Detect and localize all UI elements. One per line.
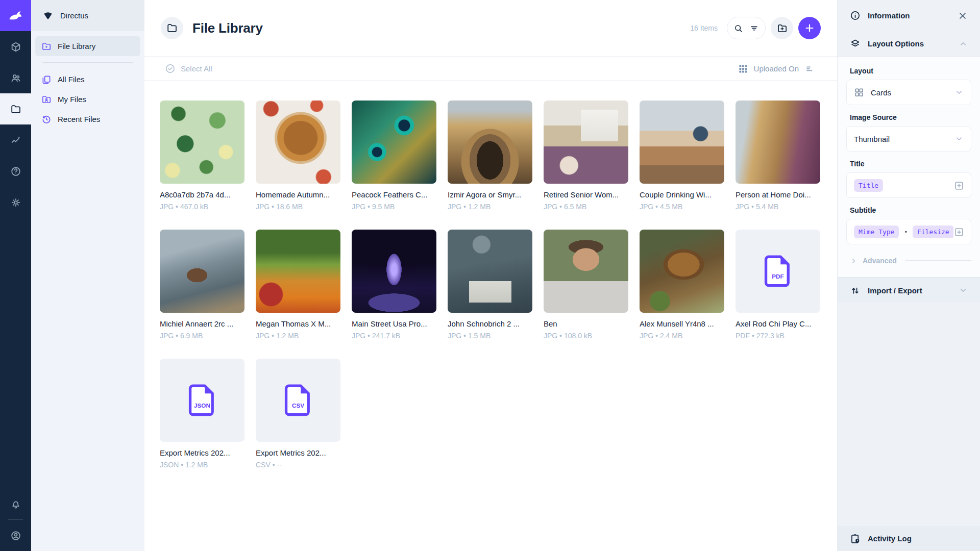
file-meta: JPG • 467.0 kB xyxy=(160,203,244,211)
file-meta: PDF • 272.3 kB xyxy=(736,332,820,340)
add-subtitle-field-button[interactable] xyxy=(953,227,965,238)
file-card[interactable]: Couple Drinking Wi... JPG • 4.5 MB xyxy=(640,101,724,211)
add-title-field-button[interactable] xyxy=(953,180,965,191)
file-thumbnail[interactable] xyxy=(160,230,244,313)
sort-by-label[interactable]: Uploaded On xyxy=(754,64,799,73)
file-thumbnail[interactable] xyxy=(640,101,724,184)
file-meta: JPG • 1.2 MB xyxy=(448,203,532,211)
layout-select-value: Cards xyxy=(871,88,891,97)
info-icon xyxy=(850,10,861,21)
items-count: 16 Items xyxy=(690,24,718,32)
file-thumbnail[interactable]: PDF xyxy=(736,230,820,313)
file-card[interactable]: JSON Export Metrics 202... JSON • 1.2 MB xyxy=(160,359,244,469)
nav-item-recent-files[interactable]: Recent Files xyxy=(35,109,140,129)
file-card[interactable]: Alex Munsell Yr4n8 ... JPG • 2.4 MB xyxy=(640,230,724,340)
module-users[interactable] xyxy=(0,62,31,93)
file-grid: A8c0a7db 2b7a 4d... JPG • 467.0 kB Homem… xyxy=(160,101,825,469)
file-title: Axel Rod Chi Play C... xyxy=(736,319,820,328)
file-thumbnail[interactable] xyxy=(256,101,340,184)
file-card[interactable]: Person at Home Doi... JPG • 5.4 MB xyxy=(736,101,820,211)
page-header: File Library 16 Items xyxy=(144,0,837,56)
select-all-button[interactable]: Select All xyxy=(165,63,212,74)
file-type-icon: CSV xyxy=(284,384,312,417)
folder-plus-icon xyxy=(777,23,788,34)
layout-select[interactable]: Cards xyxy=(846,80,971,105)
file-thumbnail[interactable] xyxy=(736,101,820,184)
module-settings[interactable] xyxy=(0,187,31,218)
bell-icon xyxy=(10,498,21,510)
file-thumbnail[interactable] xyxy=(544,101,628,184)
nav-item-file-library[interactable]: File Library xyxy=(35,36,140,56)
file-thumbnail[interactable] xyxy=(160,101,244,184)
project-switcher[interactable]: Directus xyxy=(31,0,144,31)
sort-control[interactable]: Uploaded On xyxy=(738,64,815,73)
file-title: Couple Drinking Wi... xyxy=(640,190,724,199)
file-card[interactable]: Retired Senior Wom... JPG • 6.5 MB xyxy=(544,101,628,211)
new-folder-button[interactable] xyxy=(771,17,793,39)
file-thumbnail[interactable] xyxy=(544,230,628,313)
file-card[interactable]: Izmir Agora or Smyr... JPG • 1.2 MB xyxy=(448,101,532,211)
file-card[interactable]: John Schnobrich 2 ... JPG • 1.5 MB xyxy=(448,230,532,340)
file-thumbnail[interactable] xyxy=(448,101,532,184)
file-card[interactable]: Ben JPG • 108.0 kB xyxy=(544,230,628,340)
title-chip[interactable]: Title xyxy=(854,179,883,192)
page-icon-button[interactable] xyxy=(161,17,183,39)
module-content[interactable] xyxy=(0,31,31,62)
file-thumbnail[interactable] xyxy=(640,230,724,313)
mime-type-chip[interactable]: Mime Type xyxy=(854,226,899,238)
add-file-button[interactable] xyxy=(798,17,821,39)
import-export-accordion[interactable]: Import / Export xyxy=(838,278,980,303)
notifications[interactable] xyxy=(0,488,31,519)
activity-log-label: Activity Log xyxy=(868,534,912,543)
module-files[interactable] xyxy=(0,93,31,124)
file-card[interactable]: A8c0a7db 2b7a 4d... JPG • 467.0 kB xyxy=(160,101,244,211)
check-circle-icon xyxy=(165,63,176,74)
file-thumbnail[interactable] xyxy=(448,230,532,313)
file-browser: A8c0a7db 2b7a 4d... JPG • 467.0 kB Homem… xyxy=(144,80,837,551)
file-card[interactable]: Megan Thomas X M... JPG • 1.2 MB xyxy=(256,230,340,340)
svg-text:JSON: JSON xyxy=(194,402,210,408)
close-icon xyxy=(958,11,968,21)
file-card[interactable]: CSV Export Metrics 202... CSV • -- xyxy=(256,359,340,469)
close-sidebar-button[interactable] xyxy=(958,11,968,21)
file-card[interactable]: Main Street Usa Pro... JPG • 241.7 kB xyxy=(352,230,436,340)
help-icon xyxy=(10,166,21,177)
nav-item-all-files[interactable]: All Files xyxy=(35,69,140,89)
chip-separator: • xyxy=(904,228,907,236)
file-card[interactable]: PDF Axel Rod Chi Play C... PDF • 272.3 k… xyxy=(736,230,820,340)
chevron-down-icon xyxy=(954,134,964,143)
module-insights[interactable] xyxy=(0,124,31,156)
layout-options-label: Layout Options xyxy=(868,39,924,48)
page-title: File Library xyxy=(192,20,263,36)
user-menu[interactable] xyxy=(0,520,31,551)
file-thumbnail[interactable]: JSON xyxy=(160,359,244,442)
information-header: Information xyxy=(838,0,980,31)
module-docs[interactable] xyxy=(0,156,31,187)
search-icon[interactable] xyxy=(733,23,743,33)
image-source-select[interactable]: Thumbnail xyxy=(846,126,971,152)
file-card[interactable]: Peacock Feathers C... JPG • 9.5 MB xyxy=(352,101,436,211)
file-thumbnail[interactable] xyxy=(256,230,340,313)
directus-logo[interactable] xyxy=(0,0,31,31)
apps-grid-icon[interactable] xyxy=(738,64,748,73)
plus-icon xyxy=(804,22,815,34)
file-thumbnail[interactable]: CSV xyxy=(256,359,340,442)
file-meta: CSV • -- xyxy=(256,461,340,469)
layout-options-accordion[interactable]: Layout Options xyxy=(838,31,980,56)
search-filter-pill[interactable] xyxy=(727,17,766,39)
filesize-chip[interactable]: Filesize xyxy=(913,226,954,238)
advanced-toggle[interactable]: Advanced xyxy=(850,257,971,265)
file-thumbnail[interactable] xyxy=(352,230,436,313)
file-card[interactable]: Michiel Annaert 2rc ... JPG • 6.9 MB xyxy=(160,230,244,340)
activity-log-button[interactable]: Activity Log xyxy=(838,526,980,551)
nav-item-my-files[interactable]: My Files xyxy=(35,89,140,109)
subtitle-template-field[interactable]: Mime Type • Filesize xyxy=(846,219,971,244)
filter-icon[interactable] xyxy=(749,23,759,33)
gear-icon xyxy=(10,197,21,208)
file-thumbnail[interactable] xyxy=(352,101,436,184)
file-card[interactable]: Homemade Autumn... JPG • 18.6 MB xyxy=(256,101,340,211)
chevron-down-icon xyxy=(959,286,968,295)
title-template-field[interactable]: Title xyxy=(846,172,971,198)
folder-special-icon xyxy=(41,41,52,52)
sort-descending-icon[interactable] xyxy=(805,64,815,73)
